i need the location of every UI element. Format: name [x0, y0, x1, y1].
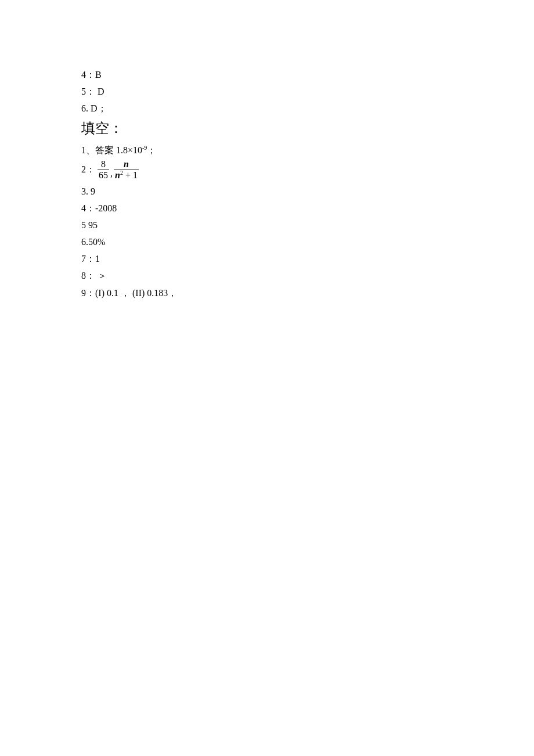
fill-answer-1: 1、答案 1.8×10-9； [81, 142, 534, 158]
fill-answer-7: 7：1 [81, 251, 534, 267]
fraction-1-numerator: 8 [100, 159, 107, 170]
fill-answer-8: 8： ＞ [81, 268, 534, 283]
fraction-1-denominator: 65 [98, 170, 109, 181]
fill-answer-2-prefix: 2： [81, 164, 95, 176]
mc-answer-6: 6. D； [81, 100, 534, 116]
fill-answer-2-separator: , [110, 168, 113, 181]
fill-answer-2-fraction-1: 8 65 [98, 159, 109, 181]
fill-answer-1-text: 1、答案 1.8×10 [81, 145, 142, 155]
fill-answer-3: 3. 9 [81, 183, 534, 199]
fill-answer-5: 5 95 [81, 217, 534, 233]
mc-answer-4: 4：B [81, 67, 534, 82]
mc-answer-5: 5： D [81, 84, 534, 99]
fill-answer-1-suffix: ； [147, 145, 156, 155]
fill-answer-2: 2： 8 65 , n n2 + 1 [81, 159, 534, 181]
section-heading-fill-in-blank: 填空： [81, 119, 534, 138]
fill-answer-2-fraction-2: n n2 + 1 [114, 159, 139, 181]
fraction-2-denominator-var: n [115, 170, 120, 180]
fill-answer-4: 4：-2008 [81, 200, 534, 216]
fraction-2-numerator: n [122, 159, 130, 170]
fraction-2-denominator: n2 + 1 [114, 170, 139, 181]
fill-answer-9: 9：(I) 0.1 ， (II) 0.183， [81, 285, 534, 301]
fraction-2-denominator-rest: + 1 [123, 170, 138, 180]
fill-answer-6: 6.50% [81, 234, 534, 250]
